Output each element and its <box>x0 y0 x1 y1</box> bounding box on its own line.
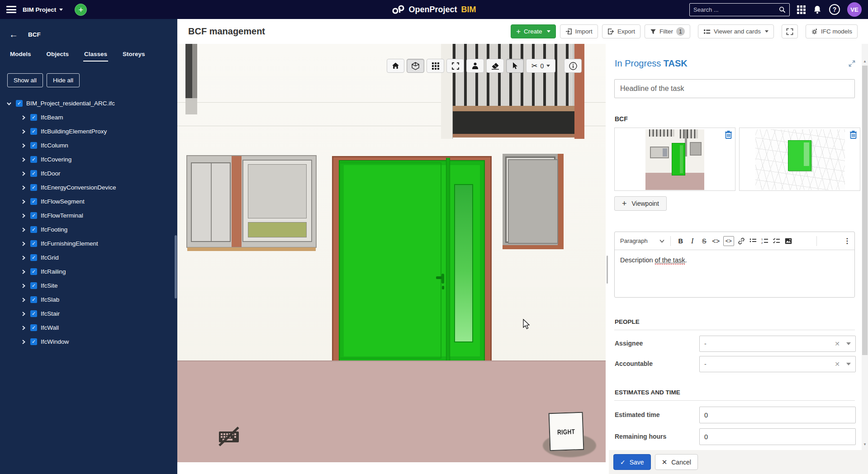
selected-door-green[interactable] <box>332 156 492 363</box>
inline-code-icon[interactable]: <> <box>710 235 722 247</box>
assignee-select[interactable]: - ✕ <box>699 336 856 352</box>
paragraph-style-dropdown[interactable]: Paragraph <box>618 237 666 244</box>
show-all-button[interactable]: Show all <box>7 73 43 87</box>
add-viewpoint-button[interactable]: + Viewpoint <box>614 196 667 211</box>
tree-item-row[interactable]: ✓ IfcFlowTerminal <box>0 209 177 223</box>
back-arrow-icon[interactable]: ← <box>9 30 18 39</box>
viewpoint-card[interactable] <box>739 128 860 191</box>
description-text[interactable]: Description of the task. <box>615 250 854 270</box>
tree-item-row[interactable]: ✓ IfcStair <box>0 307 177 321</box>
scrollbar-thumb[interactable] <box>862 66 868 355</box>
reset-elements-button[interactable] <box>427 59 444 73</box>
sidebar-tab[interactable]: Models <box>10 51 31 62</box>
viewpoint-card[interactable] <box>614 128 735 191</box>
tree-item-row[interactable]: ✓ IfcBuildingElementProxy <box>0 124 177 138</box>
navigation-cube[interactable]: RIGHT <box>549 412 584 451</box>
sidebar-scrollbar[interactable] <box>175 235 177 299</box>
checkbox-checked[interactable]: ✓ <box>30 212 37 219</box>
italic-icon[interactable]: I <box>687 235 698 247</box>
splitter-grip[interactable] <box>607 256 608 284</box>
fullscreen-button[interactable] <box>782 24 798 38</box>
chevron-right-icon[interactable] <box>20 212 27 219</box>
tree-item-row[interactable]: ✓ IfcEnergyConversionDevice <box>0 180 177 194</box>
bold-icon[interactable]: B <box>675 235 687 247</box>
global-add-button[interactable]: + <box>75 4 87 16</box>
save-button[interactable]: ✓ Save <box>613 454 651 470</box>
expand-panel-icon[interactable] <box>849 60 855 68</box>
checkbox-checked[interactable]: ✓ <box>30 268 37 275</box>
eraser-button[interactable] <box>486 59 504 73</box>
remaining-hours-input[interactable] <box>699 428 856 445</box>
tree-item-row[interactable]: ✓ IfcWindow <box>0 335 177 349</box>
checkbox-checked[interactable]: ✓ <box>30 226 37 233</box>
tree-item-row[interactable]: ✓ IfcBeam <box>0 110 177 124</box>
first-person-button[interactable] <box>466 59 484 73</box>
todo-list-icon[interactable] <box>771 235 783 247</box>
chevron-right-icon[interactable] <box>20 114 27 121</box>
chevron-right-icon[interactable] <box>20 156 27 163</box>
checkbox-checked[interactable]: ✓ <box>30 240 37 247</box>
tree-item-row[interactable]: ✓ IfcFooting <box>0 223 177 237</box>
chevron-right-icon[interactable] <box>20 338 27 346</box>
create-button[interactable]: + Create <box>511 24 555 38</box>
checkbox-checked[interactable]: ✓ <box>30 198 37 205</box>
checkbox-checked[interactable]: ✓ <box>30 296 37 303</box>
estimated-time-input[interactable] <box>699 407 856 423</box>
numbered-list-icon[interactable]: 12 <box>759 235 771 247</box>
notifications-bell-icon[interactable] <box>813 5 822 14</box>
viewer-and-cards-button[interactable]: Viewer and cards <box>698 24 774 38</box>
checkbox-checked[interactable]: ✓ <box>30 254 37 261</box>
chevron-right-icon[interactable] <box>20 128 27 135</box>
more-options-kebab-icon[interactable]: ⋮ <box>844 237 851 245</box>
select-tool-button[interactable] <box>506 59 524 73</box>
tree-item-row[interactable]: ✓ IfcFurnishingElement <box>0 237 177 251</box>
checkbox-checked[interactable]: ✓ <box>16 100 23 107</box>
chevron-right-icon[interactable] <box>20 170 27 177</box>
filter-button[interactable]: Filter 1 <box>645 24 690 38</box>
accountable-select[interactable]: - ✕ <box>699 356 856 372</box>
tree-root-row[interactable]: ✓ BIM_Project_residential_ARC.ifc <box>0 96 177 110</box>
import-button[interactable]: Import <box>560 24 598 38</box>
checkbox-checked[interactable]: ✓ <box>30 184 37 191</box>
chevron-right-icon[interactable] <box>20 254 27 261</box>
hamburger-menu-icon[interactable] <box>6 6 16 13</box>
fit-to-view-button[interactable] <box>446 59 464 73</box>
checkbox-checked[interactable]: ✓ <box>30 338 37 345</box>
checkbox-checked[interactable]: ✓ <box>30 156 37 163</box>
tree-item-row[interactable]: ✓ IfcFlowSegment <box>0 194 177 209</box>
checkbox-checked[interactable]: ✓ <box>30 310 37 317</box>
project-menu-button[interactable]: BIM Project <box>23 6 63 13</box>
chevron-right-icon[interactable] <box>20 296 27 303</box>
chevron-right-icon[interactable] <box>20 198 27 205</box>
3d-viewer-canvas[interactable]: RIGHT <box>177 44 606 462</box>
panel-scrollbar[interactable]: ▲ ▼ <box>862 44 868 450</box>
chevron-right-icon[interactable] <box>20 226 27 233</box>
info-button[interactable] <box>564 59 582 73</box>
bulleted-list-icon[interactable] <box>747 235 759 247</box>
chevron-right-icon[interactable] <box>20 184 27 191</box>
sidebar-tab[interactable]: Classes <box>84 51 107 62</box>
scroll-up-arrow[interactable]: ▲ <box>862 58 868 64</box>
search-icon[interactable] <box>779 6 786 13</box>
scroll-down-arrow[interactable]: ▼ <box>862 441 868 447</box>
chevron-right-icon[interactable] <box>20 268 27 275</box>
delete-viewpoint-icon[interactable] <box>725 130 732 140</box>
export-button[interactable]: Export <box>602 24 640 38</box>
checkbox-checked[interactable]: ✓ <box>30 114 37 121</box>
link-icon[interactable] <box>735 235 747 247</box>
chevron-right-icon[interactable] <box>20 282 27 289</box>
modules-grid-icon[interactable] <box>797 5 806 14</box>
checkbox-checked[interactable]: ✓ <box>30 128 37 135</box>
strikethrough-icon[interactable]: S <box>698 235 710 247</box>
image-icon[interactable] <box>783 235 794 247</box>
user-avatar[interactable]: VE <box>847 2 862 17</box>
home-view-button[interactable] <box>387 59 404 73</box>
app-logo[interactable]: OpenProjectBIM <box>392 5 476 14</box>
task-headline-input[interactable] <box>614 79 855 98</box>
code-block-icon[interactable]: <> <box>723 236 734 246</box>
tree-item-row[interactable]: ✓ IfcCovering <box>0 152 177 166</box>
tree-item-row[interactable]: ✓ IfcColumn <box>0 138 177 152</box>
chevron-right-icon[interactable] <box>20 310 27 318</box>
hide-all-button[interactable]: Hide all <box>47 73 80 87</box>
checkbox-checked[interactable]: ✓ <box>30 142 37 149</box>
